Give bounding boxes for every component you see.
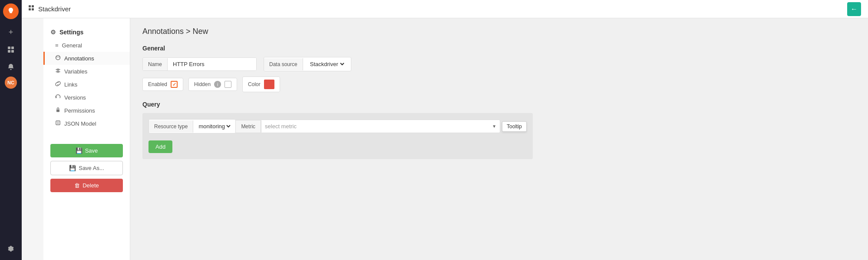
sidebar-item-label: Versions — [64, 94, 86, 101]
save-label: Save — [85, 147, 98, 154]
svg-rect-0 — [8, 47, 10, 49]
sidebar-item-annotations[interactable]: Annotations — [43, 52, 130, 65]
sidebar: ⚙ Settings ≡ General Annotations — [43, 18, 130, 260]
svg-point-8 — [56, 56, 60, 60]
enabled-option: Enabled — [142, 78, 183, 91]
sidebar-item-label: Links — [64, 81, 77, 88]
svg-point-11 — [59, 57, 60, 57]
metric-field: Metric — [236, 120, 261, 133]
hidden-info-icon[interactable]: i — [214, 81, 221, 88]
header-grid-icon — [29, 5, 35, 13]
data-source-select-container: Stackdriver — [303, 57, 351, 71]
settings-section-icon: ⚙ — [50, 29, 56, 36]
tooltip-bubble: Tooltip — [502, 121, 527, 132]
general-section-title: General — [142, 45, 856, 52]
svg-rect-7 — [32, 8, 34, 10]
svg-rect-4 — [29, 5, 31, 7]
save-as-button[interactable]: 💾 Save As... — [50, 161, 123, 175]
settings-icon-button[interactable] — [3, 241, 19, 257]
sidebar-section-title: ⚙ Settings — [43, 25, 130, 39]
svg-rect-2 — [8, 50, 10, 53]
sidebar-item-versions[interactable]: Versions — [43, 91, 130, 104]
data-source-field: Data source Stackdriver — [264, 57, 351, 71]
save-icon: 💾 — [76, 147, 83, 154]
sidebar-item-label: Annotations — [64, 55, 94, 62]
variables-icon — [55, 68, 61, 75]
content-area: Annotations > New General Name Data sour… — [130, 18, 868, 260]
sidebar-item-json-model[interactable]: JSON Model — [43, 117, 130, 130]
data-source-label: Data source — [264, 58, 303, 70]
tooltip-text: Tooltip — [507, 123, 522, 130]
hidden-label: Hidden — [194, 81, 211, 87]
svg-rect-12 — [56, 110, 59, 112]
dashboard-icon-button[interactable] — [3, 42, 19, 57]
annotations-icon — [55, 55, 61, 62]
options-row: Enabled Hidden i Color — [142, 77, 856, 92]
page-title: Annotations > New — [142, 27, 856, 36]
delete-button[interactable]: 🗑 Delete — [50, 179, 123, 192]
versions-icon — [55, 94, 61, 101]
svg-point-9 — [56, 57, 57, 57]
save-as-label: Save As... — [79, 165, 104, 171]
header: Stackdriver ← — [22, 0, 868, 18]
enabled-checkbox[interactable] — [171, 81, 178, 88]
color-option: Color — [242, 77, 280, 92]
resource-type-label: Resource type — [149, 120, 193, 133]
name-value — [168, 58, 256, 70]
query-container: Query Resource type monitoring — [142, 101, 856, 159]
sidebar-item-general[interactable]: ≡ General — [43, 39, 130, 52]
resource-type-select[interactable]: monitoring — [197, 123, 232, 130]
icon-bar: + NC — [0, 0, 22, 260]
hidden-checkbox[interactable] — [224, 81, 231, 88]
save-button[interactable]: 💾 Save — [50, 144, 123, 157]
delete-label: Delete — [83, 182, 99, 189]
json-model-icon — [55, 120, 61, 127]
resource-type-field: Resource type monitoring — [149, 119, 236, 133]
svg-rect-6 — [29, 8, 31, 10]
metric-select[interactable]: select metric ▼ — [261, 120, 500, 133]
metric-label: Metric — [236, 120, 261, 133]
sidebar-item-links[interactable]: Links — [43, 78, 130, 91]
permissions-icon — [55, 107, 61, 114]
add-button[interactable]: Add — [149, 140, 172, 153]
hidden-option: Hidden i — [188, 78, 237, 91]
svg-rect-1 — [11, 47, 14, 49]
back-button[interactable]: ← — [847, 2, 861, 16]
sidebar-item-variables[interactable]: Variables — [43, 65, 130, 78]
save-as-icon: 💾 — [69, 165, 76, 171]
delete-icon: 🗑 — [74, 182, 80, 189]
name-field: Name — [142, 57, 257, 71]
svg-point-10 — [58, 57, 59, 57]
svg-rect-5 — [32, 5, 34, 7]
sidebar-title: Settings — [59, 29, 83, 36]
resource-type-select-container: monitoring — [193, 120, 235, 133]
svg-rect-13 — [56, 121, 60, 125]
svg-rect-3 — [11, 50, 14, 53]
query-section-title: Query — [142, 101, 856, 108]
metric-placeholder: select metric — [265, 123, 490, 130]
sidebar-item-permissions[interactable]: Permissions — [43, 104, 130, 117]
data-source-select[interactable]: Stackdriver — [308, 60, 346, 68]
enabled-label: Enabled — [148, 81, 167, 87]
color-label: Color — [248, 81, 261, 87]
add-button-container: Add — [149, 137, 527, 153]
app-logo[interactable] — [3, 3, 19, 19]
metric-dropdown-arrow: ▼ — [492, 124, 496, 129]
sidebar-buttons: 💾 Save 💾 Save As... 🗑 Delete — [43, 137, 130, 199]
main-container: ⚙ Settings ≡ General Annotations — [43, 18, 868, 260]
links-icon — [55, 81, 61, 88]
general-form-row: Name Data source Stackdriver — [142, 57, 856, 71]
sidebar-item-label: JSON Model — [64, 120, 96, 127]
name-input[interactable] — [173, 61, 251, 67]
app-title: Stackdriver — [38, 5, 71, 13]
alerts-icon-button[interactable] — [3, 59, 19, 75]
query-section-box: Resource type monitoring Metric sele — [142, 113, 533, 159]
query-row: Resource type monitoring Metric sele — [149, 119, 527, 133]
add-button[interactable]: + — [3, 24, 19, 40]
name-label: Name — [143, 58, 168, 70]
sidebar-item-label: Variables — [64, 68, 87, 75]
color-swatch[interactable] — [264, 80, 274, 89]
general-icon: ≡ — [55, 42, 59, 49]
user-avatar[interactable]: NC — [5, 77, 17, 89]
sidebar-item-label: Permissions — [64, 107, 95, 114]
